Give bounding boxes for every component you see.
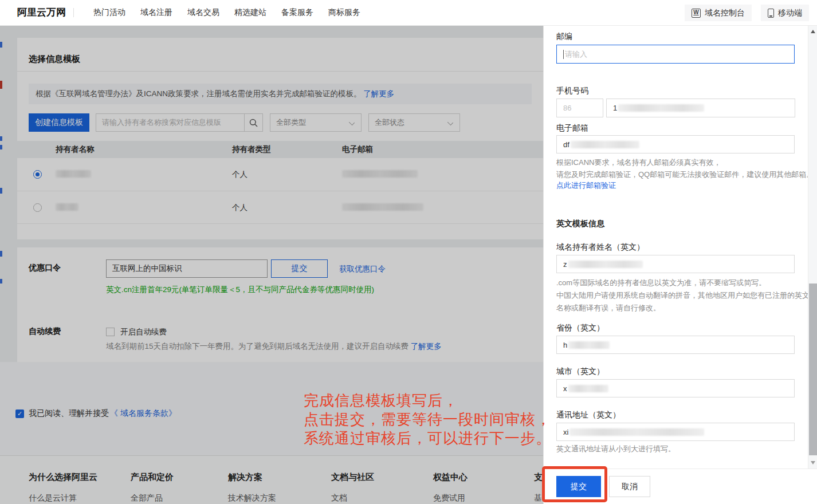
nav-item-register[interactable]: 域名注册 (140, 7, 172, 18)
address-note: 英文通讯地址请从小到大进行填写。 (556, 444, 675, 454)
en-holder-name-input[interactable]: z (556, 255, 795, 273)
info-template-drawer: 邮编 请输入 手机号码 86 1 电子邮箱 df 根据ICANN要求，域名持有人… (543, 26, 817, 504)
nav-item-site[interactable]: 精选建站 (234, 7, 266, 18)
nav-item-beian[interactable]: 备案服务 (281, 7, 313, 18)
address-label: 通讯地址（英文） (556, 410, 620, 420)
phone-redacted (618, 104, 704, 112)
annotation-text-line3: 系统通过审核后，可以进行下一步。 (304, 428, 551, 448)
nav-item-hot[interactable]: 热门活动 (93, 7, 125, 18)
phone-prefix-input[interactable]: 86 (556, 99, 603, 117)
province-input[interactable]: h (556, 336, 795, 354)
postal-code-input[interactable]: 请输入 (556, 45, 795, 64)
scroll-down-icon[interactable] (811, 461, 815, 464)
en-name-redacted (568, 261, 643, 268)
email-verify-link[interactable]: 点此进行邮箱验证 (556, 180, 616, 191)
en-holder-name-label: 域名持有者姓名（英文） (556, 242, 645, 253)
drawer-cancel-button[interactable]: 取消 (609, 476, 650, 497)
wanwang-icon: W (692, 9, 701, 18)
email-note-2: 请您及时完成邮箱验证，QQ邮箱可能无法接收验证邮件，建议使用其他邮箱。 (556, 170, 814, 180)
divider (544, 468, 817, 469)
nav-item-trade[interactable]: 域名交易 (187, 7, 219, 18)
email-label: 电子邮箱 (556, 123, 588, 133)
en-name-note-1: .com等国际域名的持有者信息以英文为准，请不要缩写或简写。 (556, 278, 766, 288)
page: 阿里云万网 热门活动 域名注册 域名交易 精选建站 备案服务 商标服务 W 域名… (0, 0, 817, 504)
annotation-text-line2: 点击提交，需要等待一段时间审核， (304, 410, 551, 430)
mobile-phone-icon (768, 9, 774, 18)
top-nav: 阿里云万网 热门活动 域名注册 域名交易 精选建站 备案服务 商标服务 W 域名… (0, 0, 817, 26)
nav-menu: 热门活动 域名注册 域名交易 精选建站 备案服务 商标服务 (93, 0, 360, 25)
en-name-note-3: 名称或翻译有误，请自行修改。 (556, 303, 661, 313)
address-input[interactable]: xi (556, 423, 795, 441)
city-input[interactable]: x (556, 379, 795, 397)
domain-console-button[interactable]: W 域名控制台 (685, 5, 752, 21)
email-redacted (571, 141, 639, 148)
brand-logo[interactable]: 阿里云万网 (17, 0, 66, 25)
nav-divider (73, 8, 74, 17)
province-redacted (568, 341, 610, 349)
email-note-1: 根据ICANN要求，域名持有人邮箱必须真实有效， (556, 158, 721, 168)
mobile-button[interactable]: 移动端 (761, 5, 809, 21)
en-name-note-2: 中国大陆用户请使用系统自动翻译的拼音，其他地区用户如您有已注册的英文 (556, 290, 810, 301)
phone-label: 手机号码 (556, 86, 588, 96)
english-template-title: 英文模板信息 (556, 219, 604, 229)
phone-number-input[interactable]: 1 (606, 99, 795, 117)
email-input[interactable]: df (556, 135, 795, 153)
city-redacted (568, 385, 608, 392)
province-label: 省份（英文） (556, 323, 604, 333)
city-label: 城市（英文） (556, 367, 604, 377)
text-cursor (563, 50, 564, 59)
postal-code-label: 邮编 (556, 32, 572, 42)
address-redacted (569, 428, 704, 436)
drawer-submit-button[interactable]: 提交 (556, 476, 601, 497)
scrollbar[interactable] (808, 26, 817, 468)
annotation-text-line1: 完成信息模板填写后， (304, 391, 458, 411)
nav-item-trademark[interactable]: 商标服务 (328, 7, 360, 18)
scroll-up-icon[interactable] (811, 30, 815, 33)
scrollbar-thumb[interactable] (809, 284, 817, 455)
